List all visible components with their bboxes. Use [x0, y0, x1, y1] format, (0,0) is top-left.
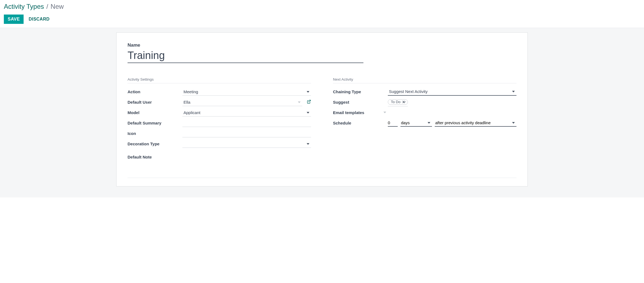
chaining-type-value[interactable] — [388, 88, 516, 95]
name-input[interactable] — [128, 49, 363, 63]
form-columns: Activity Settings Action Default User — [128, 77, 516, 162]
schedule-unit-value[interactable] — [400, 119, 432, 126]
model-value[interactable] — [182, 109, 311, 117]
schedule-basis-value[interactable] — [435, 119, 516, 126]
decoration-type-value[interactable] — [182, 140, 311, 148]
schedule-basis-select[interactable] — [435, 119, 516, 127]
column-right: Next Activity Chaining Type Suggest — [333, 77, 516, 162]
breadcrumb: Activity Types / New — [4, 3, 640, 11]
label-email-templates: Email templates — [333, 110, 388, 115]
discard-button[interactable]: DISCARD — [27, 15, 50, 24]
row-email-templates: Email templates — [333, 107, 516, 118]
label-decoration-type: Decoration Type — [128, 142, 182, 146]
row-suggest: Suggest To Do ✕ — [333, 97, 516, 107]
action-buttons: SAVE DISCARD — [4, 15, 640, 24]
external-link-icon[interactable] — [307, 100, 311, 105]
section-title-activity-settings: Activity Settings — [128, 77, 311, 83]
name-label: Name — [128, 43, 516, 48]
breadcrumb-parent-link[interactable]: Activity Types — [4, 3, 44, 10]
topbar: Activity Types / New SAVE DISCARD — [0, 0, 644, 28]
row-action: Action — [128, 87, 311, 97]
row-default-user: Default User — [128, 97, 311, 107]
label-suggest: Suggest — [333, 100, 388, 104]
breadcrumb-separator: / — [46, 3, 48, 10]
suggest-tag: To Do ✕ — [388, 99, 408, 105]
row-chaining-type: Chaining Type — [333, 87, 516, 97]
label-schedule: Schedule — [333, 121, 388, 125]
label-model: Model — [128, 110, 182, 115]
svg-line-0 — [309, 100, 310, 102]
label-default-user: Default User — [128, 100, 182, 104]
label-default-note: Default Note — [128, 155, 182, 159]
row-decoration-type: Decoration Type — [128, 139, 311, 149]
schedule-count-input[interactable] — [388, 119, 398, 127]
icon-input[interactable] — [182, 130, 311, 137]
action-value[interactable] — [182, 88, 311, 96]
schedule-unit-select[interactable] — [400, 119, 432, 127]
label-action: Action — [128, 89, 182, 94]
model-select[interactable] — [182, 109, 311, 117]
tag-remove-icon[interactable]: ✕ — [402, 100, 405, 104]
column-left: Activity Settings Action Default User — [128, 77, 311, 162]
form-sheet: Name Activity Settings Action — [116, 32, 528, 186]
row-default-summary: Default Summary — [128, 118, 311, 128]
default-summary-input[interactable] — [182, 119, 311, 127]
label-icon: Icon — [128, 131, 182, 136]
default-user-value[interactable] — [182, 98, 302, 106]
suggest-tag-field[interactable]: To Do ✕ — [388, 98, 408, 106]
default-user-select[interactable] — [182, 98, 302, 106]
decoration-type-select[interactable] — [182, 140, 311, 148]
section-title-next-activity: Next Activity — [333, 77, 516, 83]
save-button[interactable]: SAVE — [4, 15, 24, 24]
chaining-type-select[interactable] — [388, 88, 516, 96]
action-select[interactable] — [182, 88, 311, 96]
row-icon: Icon — [128, 128, 311, 139]
row-schedule: Schedule — [333, 118, 516, 128]
row-model: Model — [128, 107, 311, 118]
form-divider — [128, 178, 516, 178]
suggest-tag-label: To Do — [391, 100, 400, 104]
label-default-summary: Default Summary — [128, 121, 182, 125]
breadcrumb-current: New — [50, 3, 64, 10]
row-default-note: Default Note — [128, 152, 311, 162]
form-canvas: Name Activity Settings Action — [0, 28, 644, 197]
label-chaining-type: Chaining Type — [333, 89, 388, 94]
